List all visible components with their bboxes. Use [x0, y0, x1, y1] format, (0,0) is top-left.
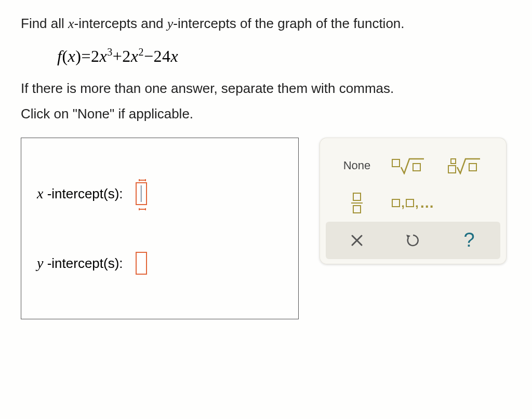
eq-t2c: 2 [122, 47, 131, 65]
question-prompt: Find all x-intercepts and y-intercepts o… [21, 16, 511, 32]
bracket-markers [137, 179, 148, 210]
y-label-var: y [37, 255, 43, 271]
prompt-y-var: y [167, 16, 174, 31]
eq-open: ( [62, 47, 68, 65]
close-icon [350, 234, 364, 247]
fraction-button[interactable] [329, 184, 385, 222]
answer-box: x -intercept(s): y -intercept(s): [21, 138, 299, 319]
instruction-2: Click on "None" if applicable. [21, 106, 511, 122]
y-intercept-label: y -intercept(s): [37, 255, 123, 272]
help-button[interactable]: ? [441, 222, 497, 259]
prompt-x-var: x [68, 16, 74, 31]
eq-t1e: 3 [107, 46, 113, 58]
keypad-row-1: None [329, 147, 497, 184]
x-intercept-row: x -intercept(s): [37, 182, 283, 205]
equation-display: f(x)=2x3+2x2−24x [57, 46, 511, 66]
x-intercept-label: x -intercept(s): [37, 185, 123, 202]
none-label: None [343, 159, 371, 172]
list-box-2 [406, 199, 414, 207]
nroot-coef-box [448, 165, 456, 173]
nth-root-icon [448, 157, 490, 174]
keypad-row-2: ,,… [329, 184, 497, 222]
math-keypad: None [320, 138, 507, 264]
eq-t1c: 2 [91, 47, 100, 65]
clear-button[interactable] [329, 222, 385, 259]
list-button[interactable]: ,,… [385, 184, 441, 222]
y-intercept-row: y -intercept(s): [37, 252, 283, 275]
x-label-var: x [37, 185, 43, 201]
x-intercept-input[interactable] [136, 182, 147, 205]
eq-t2v: x [131, 47, 139, 65]
question-page: Find all x-intercepts and y-intercepts o… [0, 0, 532, 335]
y-intercept-input[interactable] [136, 252, 147, 275]
nroot-radicand-box [469, 163, 477, 171]
eq-op1: + [113, 47, 123, 65]
eq-close: ) [75, 47, 81, 65]
prompt-text-3: -intercepts of the graph of the function… [173, 16, 404, 31]
eq-op2: − [144, 47, 154, 65]
eq-f: f [57, 47, 62, 65]
sqrt-icon [392, 157, 434, 174]
eq-t1v: x [99, 47, 107, 65]
answer-row: x -intercept(s): y -intercept(s): None [21, 138, 511, 319]
prompt-text-2: -intercepts and [74, 16, 167, 31]
frac-bar [351, 202, 363, 204]
eq-t3v: x [170, 47, 178, 65]
frac-num-box [353, 193, 361, 201]
none-button[interactable]: None [329, 147, 385, 184]
fraction-icon [351, 193, 363, 213]
sqrt-coef-box [392, 159, 400, 167]
x-label-text: -intercept(s): [43, 186, 123, 201]
eq-equals: = [81, 47, 91, 65]
eq-t3c: 24 [153, 47, 170, 65]
prompt-text-1: Find all [21, 16, 68, 31]
undo-button[interactable] [385, 222, 441, 259]
frac-den-box [353, 205, 361, 213]
help-icon: ? [463, 229, 474, 251]
eq-x: x [68, 47, 76, 65]
keypad-spacer [441, 184, 497, 222]
sqrt-button[interactable] [385, 147, 441, 184]
undo-icon [405, 233, 421, 248]
y-label-text: -intercept(s): [43, 255, 123, 271]
list-box-1 [392, 199, 400, 207]
nroot-index-box [450, 158, 456, 164]
eq-t2e: 2 [138, 46, 144, 58]
keypad-row-3: ? [326, 222, 500, 259]
list-icon: ,,… [392, 195, 434, 211]
sqrt-radicand-box [413, 163, 421, 171]
instruction-1: If there is more than one answer, separa… [21, 80, 511, 97]
nth-root-button[interactable] [441, 147, 497, 184]
